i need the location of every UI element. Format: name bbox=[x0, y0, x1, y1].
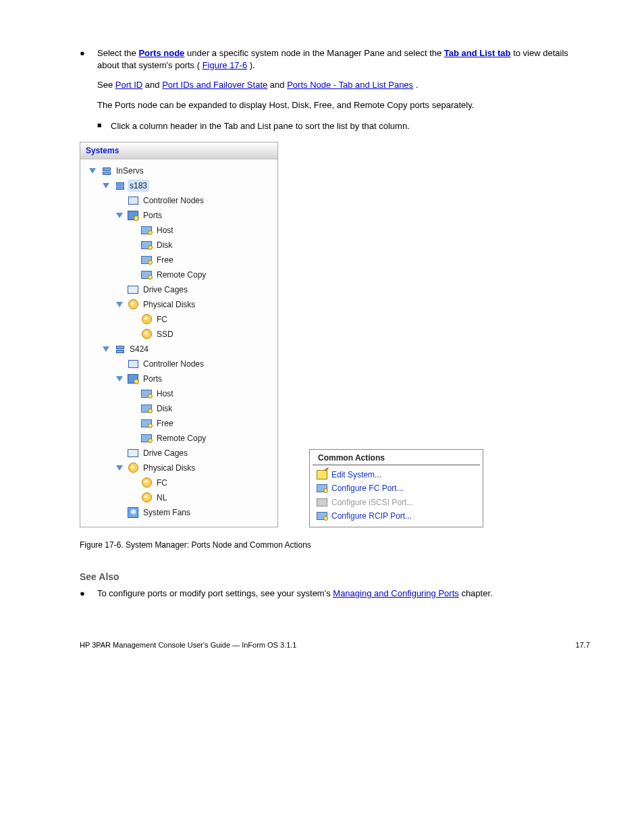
action-label: Edit System... bbox=[331, 469, 381, 480]
expand-icon[interactable] bbox=[114, 299, 125, 310]
port-icon bbox=[317, 511, 327, 521]
link-tab-and-list[interactable]: Tab and List tab bbox=[444, 48, 511, 58]
action-edit-system[interactable]: Edit System... bbox=[310, 468, 483, 481]
tree-item-nl[interactable]: NL bbox=[83, 490, 275, 505]
action-configure-fc-port[interactable]: Configure FC Port... bbox=[310, 481, 483, 495]
tree-item-ports[interactable]: Ports bbox=[83, 208, 275, 223]
cage-icon bbox=[128, 448, 138, 459]
link-ports-node-tab-list-panes[interactable]: Ports Node - Tab and List Panes bbox=[287, 80, 413, 90]
disk-icon bbox=[141, 492, 152, 503]
port-child-icon bbox=[141, 418, 152, 429]
text: To configure ports or modify port settin… bbox=[97, 588, 333, 598]
action-label: Configure FC Port... bbox=[331, 483, 404, 494]
expand-icon[interactable] bbox=[114, 210, 125, 221]
disk-icon bbox=[128, 299, 138, 310]
tree-label: SSD bbox=[155, 328, 176, 340]
controller-icon bbox=[128, 195, 138, 206]
tree-item-drive-cages[interactable]: Drive Cages bbox=[83, 282, 275, 297]
systems-tree-body: InServs s183 Controller Nodes Ports bbox=[80, 159, 277, 527]
expand-icon[interactable] bbox=[114, 463, 125, 473]
text: See bbox=[97, 80, 115, 90]
tree-item-drive-cages[interactable]: Drive Cages bbox=[83, 446, 275, 461]
tree-label: Ports bbox=[141, 373, 164, 385]
tree-item-free[interactable]: Free bbox=[83, 253, 275, 267]
link-port-id[interactable]: Port ID bbox=[115, 80, 142, 90]
cage-icon bbox=[128, 284, 138, 295]
action-label: Configure RCIP Port... bbox=[331, 511, 412, 521]
bullet-dot: ● bbox=[80, 588, 97, 600]
tree-label: Physical Disks bbox=[141, 298, 197, 311]
port-child-icon bbox=[141, 433, 152, 444]
disk-icon bbox=[141, 477, 152, 488]
expand-icon[interactable] bbox=[87, 165, 98, 176]
see-line: See Port ID and Port IDs and Failover St… bbox=[97, 79, 590, 91]
tree-item-ssd[interactable]: SSD bbox=[83, 327, 275, 342]
systems-tree-panel: Systems InServs s183 Controller Nodes bbox=[80, 142, 278, 527]
stack-icon bbox=[114, 180, 125, 191]
port-child-icon bbox=[141, 255, 152, 265]
fan-icon: ✱ bbox=[128, 507, 138, 518]
tree-item-inservs[interactable]: InServs bbox=[83, 163, 275, 178]
tree-item-ports[interactable]: Ports bbox=[83, 371, 275, 386]
link-port-ids-failover[interactable]: Port IDs and Failover State bbox=[162, 80, 267, 90]
disk-icon bbox=[141, 314, 152, 325]
bullet-item-ports-node: ● Select the Ports node under a specific… bbox=[80, 47, 590, 132]
port-child-icon bbox=[141, 388, 152, 399]
expand-icon[interactable] bbox=[101, 344, 111, 355]
port-icon bbox=[128, 210, 138, 221]
tree-item-fc[interactable]: FC bbox=[83, 312, 275, 327]
expand-icon[interactable] bbox=[114, 373, 125, 384]
edit-icon bbox=[317, 470, 327, 479]
tree-item-remote-copy[interactable]: Remote Copy bbox=[83, 431, 275, 446]
page: ● Select the Ports node under a specific… bbox=[0, 0, 644, 677]
tree-label: InServs bbox=[114, 165, 146, 177]
tree-label-selected: s183 bbox=[128, 180, 149, 192]
figure-caption: Figure 17-6. System Manager: Ports Node … bbox=[80, 540, 590, 550]
link-ports-node[interactable]: Ports node bbox=[138, 48, 184, 58]
disk-icon bbox=[128, 463, 138, 473]
footer-right: 17.7 bbox=[576, 640, 590, 650]
text: chapter. bbox=[461, 588, 492, 598]
tree-item-fc[interactable]: FC bbox=[83, 475, 275, 490]
tree-label: Host bbox=[155, 224, 176, 236]
link-figure-17-6[interactable]: Figure 17-6 bbox=[203, 60, 247, 70]
link-managing-configuring-ports[interactable]: Managing and Configuring Ports bbox=[333, 588, 458, 598]
tree-label: Disk bbox=[155, 402, 174, 415]
tree-item-disk[interactable]: Disk bbox=[83, 401, 275, 416]
tree-label: Physical Disks bbox=[141, 462, 197, 474]
text: and bbox=[145, 80, 162, 90]
tree-item-disk[interactable]: Disk bbox=[83, 238, 275, 253]
tree-label: System Fans bbox=[141, 506, 192, 519]
expand-icon[interactable] bbox=[101, 180, 111, 191]
tree-label: FC bbox=[155, 313, 169, 325]
tree-label: Drive Cages bbox=[141, 447, 190, 459]
port-child-icon bbox=[141, 225, 152, 236]
see-also-text: To configure ports or modify port settin… bbox=[97, 588, 590, 600]
text: ). bbox=[250, 60, 255, 70]
text: under a specific system node in the Mana… bbox=[187, 48, 444, 58]
port-icon bbox=[128, 373, 138, 384]
tree-item-host[interactable]: Host bbox=[83, 223, 275, 238]
tree-item-physical-disks[interactable]: Physical Disks bbox=[83, 297, 275, 312]
tree-item-host[interactable]: Host bbox=[83, 386, 275, 401]
bullet-dot: ● bbox=[80, 47, 97, 132]
tree-item-s183[interactable]: s183 bbox=[83, 178, 275, 193]
text-expand-ports: The Ports node can be expanded to displa… bbox=[97, 99, 590, 111]
tree-label: Remote Copy bbox=[155, 269, 208, 281]
tree-item-s424[interactable]: S424 bbox=[83, 342, 275, 357]
tree-item-free[interactable]: Free bbox=[83, 416, 275, 431]
tree-item-controller-nodes[interactable]: Controller Nodes bbox=[83, 193, 275, 208]
tree-item-physical-disks[interactable]: Physical Disks bbox=[83, 461, 275, 475]
tree-item-system-fans[interactable]: ✱ System Fans bbox=[83, 505, 275, 520]
action-configure-iscsi-port: Configure iSCSI Port... bbox=[310, 496, 483, 509]
figure-panels: Systems InServs s183 Controller Nodes bbox=[80, 132, 590, 527]
tree-item-controller-nodes[interactable]: Controller Nodes bbox=[83, 357, 275, 371]
action-configure-rcip-port[interactable]: Configure RCIP Port... bbox=[310, 509, 483, 523]
disk-icon bbox=[141, 329, 152, 340]
tree-label: FC bbox=[155, 477, 169, 489]
tree-label: NL bbox=[155, 492, 169, 504]
port-child-icon bbox=[141, 403, 152, 414]
tree-item-remote-copy[interactable]: Remote Copy bbox=[83, 267, 275, 282]
controller-icon bbox=[128, 359, 138, 369]
text: . bbox=[416, 80, 419, 90]
